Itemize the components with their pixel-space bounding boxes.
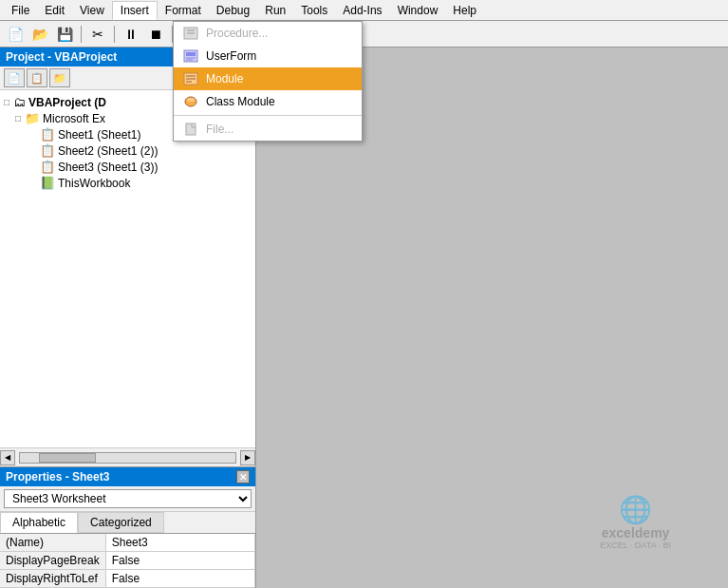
proj-btn-3[interactable]: 📁: [49, 68, 70, 87]
toolbar: 📄 📂 💾 ✂ ⏸ ⏹ 📊 🔧 📋 🔍 ⭐ ❓: [0, 21, 728, 47]
prop-val-pagebreak: False: [105, 552, 254, 570]
userform-icon: [181, 48, 200, 64]
label-sheet3: Sheet3 (Sheet1 (3)): [58, 161, 158, 174]
main-layout: Project - VBAProject 📄 📋 📁 □ 🗂 VBAProjec…: [0, 47, 728, 588]
menu-tools[interactable]: Tools: [293, 2, 335, 19]
userform-label: UserForm: [206, 49, 256, 63]
scroll-area[interactable]: ◀ ▶: [0, 447, 255, 466]
toolbar-new[interactable]: 📄: [4, 24, 27, 45]
svg-rect-13: [186, 123, 196, 135]
icon-vbaproject: 🗂: [13, 95, 26, 109]
menu-bar: File Edit View Insert Format Debug Run T…: [0, 0, 728, 21]
userform-icon-svg: [183, 49, 198, 63]
properties-dropdown: Sheet3 Worksheet: [0, 486, 255, 512]
menu-run[interactable]: Run: [257, 2, 293, 19]
icon-sheet1: 📋: [40, 127, 55, 142]
icon-sheet3: 📋: [40, 160, 55, 174]
menu-divider: [174, 115, 362, 116]
label-thisworkbook: ThisWorkbook: [58, 177, 130, 190]
menu-file[interactable]: File: [4, 2, 37, 19]
menu-debug[interactable]: Debug: [209, 2, 257, 19]
watermark-brand: exceldemy: [600, 525, 671, 541]
menu-edit[interactable]: Edit: [37, 2, 72, 19]
svg-rect-4: [186, 52, 196, 56]
properties-table: (Name) Sheet3 DisplayPageBreak False Dis…: [0, 534, 255, 588]
toolbar-open[interactable]: 📂: [28, 24, 51, 45]
procedure-icon: [181, 26, 200, 41]
prop-row-pagebreak: DisplayPageBreak False: [0, 552, 255, 570]
menu-item-procedure[interactable]: Procedure...: [174, 22, 362, 45]
file-label: File...: [206, 123, 233, 136]
properties-title: Properties - Sheet3: [6, 470, 109, 484]
menu-view[interactable]: View: [72, 2, 112, 19]
menu-item-class-module[interactable]: Class Module: [174, 90, 362, 113]
toolbar-save[interactable]: 💾: [53, 24, 76, 45]
icon-microsoft: 📁: [25, 111, 40, 125]
toggle-microsoft[interactable]: □: [15, 113, 25, 123]
module-icon-svg: [183, 72, 198, 85]
proj-btn-2[interactable]: 📋: [27, 68, 47, 87]
properties-header: Properties - Sheet3 ✕: [0, 467, 255, 486]
class-module-icon: [181, 94, 200, 109]
properties-select[interactable]: Sheet3 Worksheet: [4, 489, 252, 508]
tree-item-sheet3[interactable]: 📋 Sheet3 (Sheet1 (3)): [0, 159, 255, 175]
watermark: 🌐 exceldemy EXCEL · DATA · BI: [600, 494, 671, 550]
scroll-thumb[interactable]: [39, 453, 96, 463]
proj-btn-1[interactable]: 📄: [4, 68, 25, 87]
prop-key-pagebreak: DisplayPageBreak: [0, 552, 105, 570]
icon-thisworkbook: 📗: [40, 176, 55, 190]
watermark-icon: 🌐: [600, 494, 671, 525]
scroll-right[interactable]: ▶: [240, 450, 255, 465]
scroll-left[interactable]: ◀: [0, 450, 15, 465]
prop-key-rightlef: DisplayRightToLef: [0, 570, 105, 588]
toolbar-cut[interactable]: ✂: [86, 24, 109, 45]
menu-format[interactable]: Format: [158, 2, 209, 19]
label-microsoft: Microsoft Ex: [43, 112, 105, 125]
prop-val-name: Sheet3: [105, 534, 254, 552]
tree-item-thisworkbook[interactable]: 📗 ThisWorkbook: [0, 175, 255, 191]
menu-addins[interactable]: Add-Ins: [335, 2, 389, 19]
file-icon-svg: [183, 123, 198, 136]
toolbar-pause[interactable]: ⏸: [120, 24, 142, 45]
menu-item-module[interactable]: Module: [174, 67, 362, 90]
label-vbaproject: VBAProject (D: [28, 96, 106, 109]
watermark-subtitle: EXCEL · DATA · BI: [600, 541, 671, 550]
prop-row-name: (Name) Sheet3: [0, 534, 255, 552]
procedure-icon-svg: [183, 27, 198, 40]
module-label: Module: [206, 72, 243, 85]
prop-key-name: (Name): [0, 534, 105, 552]
tab-alphabetic[interactable]: Alphabetic: [0, 512, 78, 533]
module-icon: [181, 71, 200, 86]
icon-sheet2: 📋: [40, 143, 55, 158]
procedure-label: Procedure...: [206, 27, 268, 40]
tab-categorized[interactable]: Categorized: [78, 512, 164, 533]
file-icon: [181, 122, 200, 137]
class-module-label: Class Module: [206, 95, 275, 108]
label-sheet2: Sheet2 (Sheet1 (2)): [58, 144, 158, 158]
project-title: Project - VBAProject: [6, 50, 117, 64]
properties-panel: Properties - Sheet3 ✕ Sheet3 Worksheet A…: [0, 466, 255, 588]
project-tree: □ 🗂 VBAProject (D □ 📁 Microsoft Ex 📋 She…: [0, 90, 255, 447]
toolbar-stop[interactable]: ⏹: [144, 24, 167, 45]
menu-help[interactable]: Help: [445, 2, 484, 19]
properties-close[interactable]: ✕: [236, 470, 250, 484]
scroll-track[interactable]: [19, 452, 236, 464]
separator-2: [114, 26, 115, 43]
menu-item-userform[interactable]: UserForm: [174, 45, 362, 67]
insert-dropdown-menu: Procedure... UserForm: [173, 21, 363, 142]
prop-val-rightlef: False: [105, 570, 254, 588]
label-sheet1: Sheet1 (Sheet1): [58, 128, 140, 142]
toggle-vbaproject[interactable]: □: [4, 97, 13, 107]
prop-row-rightlef: DisplayRightToLef False: [0, 570, 255, 588]
menu-item-file[interactable]: File...: [174, 118, 362, 141]
class-icon-svg: [183, 95, 198, 108]
menu-window[interactable]: Window: [390, 2, 446, 19]
properties-tabs: Alphabetic Categorized: [0, 512, 255, 534]
svg-point-12: [187, 98, 195, 102]
tree-item-sheet2[interactable]: 📋 Sheet2 (Sheet1 (2)): [0, 142, 255, 159]
menu-insert[interactable]: Insert: [112, 1, 158, 20]
separator-1: [81, 26, 82, 43]
